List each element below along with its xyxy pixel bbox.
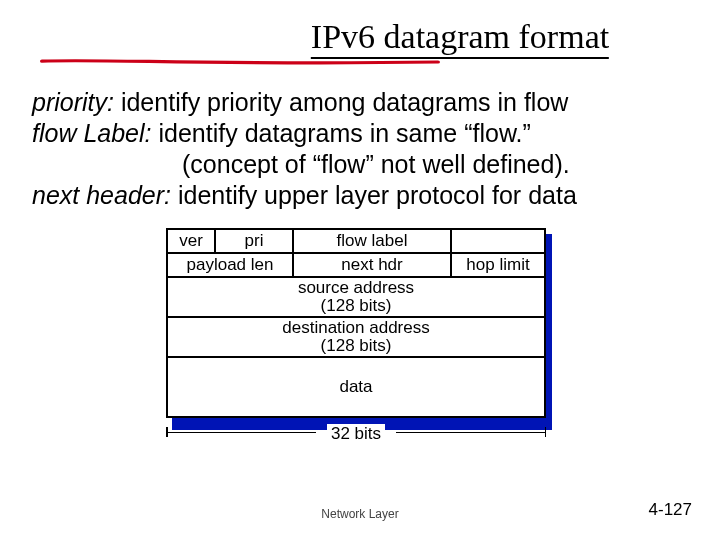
definition-priority: priority: identify priority among datagr… (32, 87, 720, 117)
desc-flow-label: identify datagrams in same “flow.” (152, 119, 531, 147)
definition-flow-label-note: (concept of “flow” not well defined). (182, 149, 720, 179)
width-indicator: 32 bits (166, 424, 546, 444)
term-flow-label: flow Label: (32, 119, 152, 147)
field-ver: ver (167, 229, 215, 253)
width-tick-right (545, 427, 547, 437)
ipv6-header-table: ver pri flow label payload len next hdr … (166, 228, 546, 418)
width-label: 32 bits (327, 424, 385, 444)
field-flow-label-ext (451, 229, 545, 253)
definitions-block: priority: identify priority among datagr… (32, 87, 720, 210)
width-line-left (166, 432, 316, 433)
footer-text: Network Layer (0, 507, 720, 521)
field-flow-label: flow label (293, 229, 451, 253)
definition-flow-label: flow Label: identify datagrams in same “… (32, 118, 720, 148)
page-number: 4-127 (649, 500, 692, 520)
src-addr-line1: source address (298, 278, 414, 297)
field-source-address: source address (128 bits) (167, 277, 545, 317)
width-line-right (396, 432, 546, 433)
field-hop-limit: hop limit (451, 253, 545, 277)
term-priority: priority: (32, 88, 114, 116)
field-pri: pri (215, 229, 293, 253)
dst-addr-line1: destination address (282, 318, 429, 337)
desc-next-header: identify upper layer protocol for data (171, 181, 577, 209)
field-next-hdr: next hdr (293, 253, 451, 277)
desc-priority: identify priority among datagrams in flo… (114, 88, 568, 116)
ipv6-header-diagram: ver pri flow label payload len next hdr … (0, 228, 720, 444)
term-next-header: next header: (32, 181, 171, 209)
note-flow-label: (concept of “flow” not well defined). (182, 150, 570, 178)
field-payload-len: payload len (167, 253, 293, 277)
definition-next-header: next header: identify upper layer protoc… (32, 180, 720, 210)
field-data: data (167, 357, 545, 417)
slide-title: IPv6 datagram format (311, 18, 609, 59)
dst-addr-line2: (128 bits) (321, 336, 392, 355)
field-destination-address: destination address (128 bits) (167, 317, 545, 357)
src-addr-line2: (128 bits) (321, 296, 392, 315)
title-underline-accent (40, 58, 440, 66)
